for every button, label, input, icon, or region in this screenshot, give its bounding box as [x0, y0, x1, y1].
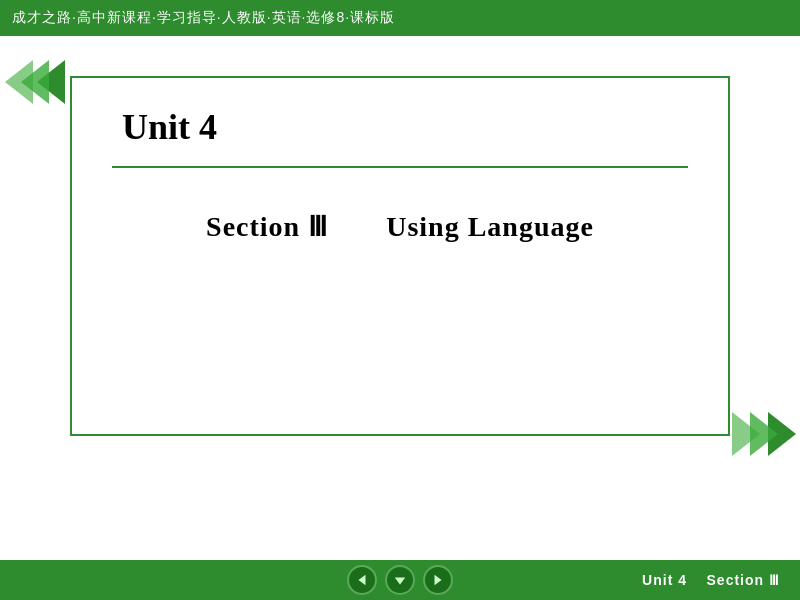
section-title: Section Ⅲ Using Language	[72, 208, 728, 246]
next-icon	[431, 573, 445, 587]
chevron-left-2	[21, 60, 49, 104]
left-chevron-decoration	[17, 60, 65, 104]
footer-bar: Unit 4 Section Ⅲ	[0, 560, 800, 600]
footer-section-label: Section Ⅲ	[707, 572, 780, 588]
down-icon	[393, 573, 407, 587]
svg-marker-1	[395, 577, 406, 584]
footer-unit-label: Unit 4	[642, 572, 687, 588]
prev-button[interactable]	[347, 565, 377, 595]
unit-title: Unit 4	[122, 106, 217, 148]
chevron-right-2	[750, 412, 778, 456]
svg-marker-2	[435, 575, 442, 586]
main-content: Unit 4 Section Ⅲ Using Language	[0, 36, 800, 560]
right-chevron-decoration	[732, 412, 786, 456]
unit-divider-line	[112, 166, 688, 168]
prev-icon	[355, 573, 369, 587]
svg-marker-0	[359, 575, 366, 586]
next-button[interactable]	[423, 565, 453, 595]
content-card: Unit 4 Section Ⅲ Using Language	[70, 76, 730, 436]
header-bar: 成才之路·高中新课程·学习指导·人教版·英语·选修8·课标版	[0, 0, 800, 36]
footer-label: Unit 4 Section Ⅲ	[642, 572, 780, 588]
navigation-buttons	[347, 565, 453, 595]
down-button[interactable]	[385, 565, 415, 595]
header-title: 成才之路·高中新课程·学习指导·人教版·英语·选修8·课标版	[12, 9, 395, 27]
